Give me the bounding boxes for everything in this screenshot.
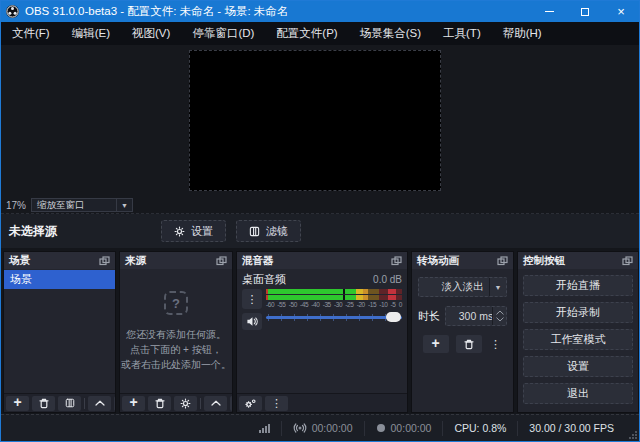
source-settings-button[interactable]: 设置 <box>161 220 226 242</box>
transition-value: 淡入淡出 <box>442 280 484 294</box>
remove-source-button[interactable] <box>148 396 171 411</box>
remove-scene-button[interactable] <box>32 396 55 411</box>
dock-area: 场景 场景 + 来源 <box>1 248 639 415</box>
record-status-icon <box>376 423 386 433</box>
chevron-up-icon <box>95 400 105 406</box>
settings-button[interactable]: 设置 <box>523 356 633 377</box>
speaker-mute-button[interactable] <box>242 313 262 330</box>
speaker-icon <box>246 316 258 327</box>
obs-logo-icon <box>6 5 19 18</box>
scenes-panel: 场景 场景 + <box>3 251 116 413</box>
volume-slider[interactable] <box>266 311 402 323</box>
sources-empty-state: ? 您还没有添加任何源。 点击下面的 + 按钮， 或者右击此处添加一个。 <box>120 291 232 372</box>
scenes-toolbar: + <box>4 393 115 412</box>
studio-mode-button[interactable]: 工作室模式 <box>523 329 633 350</box>
preview-area: 17% 缩放至窗口 ▼ <box>1 45 639 214</box>
channel-options-button[interactable]: ⋮ <box>242 289 262 309</box>
exit-button[interactable]: 退出 <box>523 383 633 404</box>
preview-canvas[interactable] <box>189 50 441 191</box>
minimize-button[interactable] <box>531 1 567 22</box>
menu-help[interactable]: 帮助(H) <box>492 22 553 45</box>
resize-grip[interactable] <box>629 431 637 439</box>
duration-spinbox[interactable]: 300 ms <box>445 306 507 326</box>
duration-value: 300 ms <box>459 310 493 322</box>
audio-channel-name: 桌面音频 <box>242 272 286 287</box>
popout-icon[interactable] <box>497 256 508 266</box>
question-placeholder-icon: ? <box>164 291 188 315</box>
connection-signal-icon <box>259 423 270 433</box>
mixer-toolbar: ⋮ <box>237 393 407 412</box>
stream-time: 00:00:00 <box>312 422 353 434</box>
trash-icon <box>39 398 49 409</box>
scene-list: 场景 + <box>4 269 115 412</box>
source-properties-button[interactable] <box>174 396 197 411</box>
status-bar: 00:00:00 00:00:00 CPU: 0.8% 30.00 / 30.0… <box>1 414 639 441</box>
menu-profile[interactable]: 配置文件(P) <box>265 22 348 45</box>
window-title: OBS 31.0.0-beta3 - 配置文件: 未命名 - 场景: 未命名 <box>25 4 288 19</box>
fps-indicator: 30.00 / 30.00 FPS <box>529 422 614 434</box>
mixer-options-button[interactable]: ⋮ <box>265 396 288 411</box>
maximize-button[interactable] <box>567 1 603 22</box>
sources-empty-line: 点击下面的 + 按钮， <box>120 342 232 357</box>
gear-icon <box>180 398 191 409</box>
menu-scene-collection[interactable]: 场景集合(S) <box>349 22 432 45</box>
move-source-up-button[interactable] <box>204 396 227 411</box>
cpu-usage: CPU: 0.8% <box>454 422 506 434</box>
scene-list-item[interactable]: 场景 <box>4 270 115 289</box>
source-properties-bar: 未选择源 设置 滤镜 <box>1 214 639 248</box>
popout-icon[interactable] <box>391 256 402 266</box>
transition-select[interactable]: 淡入淡出 ▼ <box>418 277 507 297</box>
menu-edit[interactable]: 编辑(E) <box>61 22 121 45</box>
zoom-percent: 17% <box>6 200 26 211</box>
popout-icon[interactable] <box>216 256 227 266</box>
start-streaming-button[interactable]: 开始直播 <box>523 275 633 296</box>
zoom-mode-value: 缩放至窗口 <box>37 199 85 212</box>
close-button[interactable]: × <box>603 1 639 22</box>
menu-file[interactable]: 文件(F) <box>1 22 61 45</box>
title-bar: OBS 31.0.0-beta3 - 配置文件: 未命名 - 场景: 未命名 × <box>1 1 639 22</box>
scene-filters-button[interactable] <box>58 396 81 411</box>
menu-view[interactable]: 视图(V) <box>121 22 181 45</box>
source-filters-button[interactable]: 滤镜 <box>236 220 301 242</box>
source-settings-label: 设置 <box>191 224 213 239</box>
stream-status-icon <box>293 423 307 433</box>
transitions-panel-title: 转场动画 <box>417 254 459 268</box>
trash-icon <box>155 398 165 409</box>
trash-icon <box>464 339 474 350</box>
add-transition-button[interactable]: + <box>423 335 449 353</box>
controls-panel: 控制按钮 开始直播 开始录制 工作室模式 设置 退出 <box>517 251 639 413</box>
advanced-audio-button[interactable] <box>239 396 262 411</box>
filters-icon <box>249 226 260 237</box>
spin-down-icon[interactable] <box>496 317 504 322</box>
zoom-mode-select[interactable]: 缩放至窗口 ▼ <box>31 198 133 212</box>
spin-up-icon[interactable] <box>496 310 504 315</box>
sources-empty-line: 您还没有添加任何源。 <box>120 327 232 342</box>
audio-mixer-panel: 混音器 桌面音频 0.0 dB ⋮ <box>236 251 408 413</box>
chevron-up-icon <box>211 400 221 406</box>
menu-docks[interactable]: 停靠窗口(D) <box>181 22 265 45</box>
controls-panel-title: 控制按钮 <box>523 254 565 268</box>
add-source-button[interactable]: + <box>122 396 145 411</box>
duration-label: 时长 <box>418 309 440 324</box>
popout-icon[interactable] <box>99 256 110 266</box>
transition-properties-button[interactable]: ⋮ <box>489 335 503 353</box>
menu-tools[interactable]: 工具(T) <box>432 22 492 45</box>
remove-transition-button[interactable] <box>456 335 482 353</box>
filters-icon <box>65 398 75 408</box>
move-scene-up-button[interactable] <box>88 396 111 411</box>
move-scene-down-button[interactable] <box>114 396 115 411</box>
gear-icon <box>174 226 185 237</box>
scene-transitions-panel: 转场动画 淡入淡出 ▼ 时长 300 ms <box>411 251 514 413</box>
mixer-panel-title: 混音器 <box>242 254 274 268</box>
volume-meter <box>266 289 402 300</box>
add-scene-button[interactable]: + <box>6 396 29 411</box>
source-filters-label: 滤镜 <box>266 224 288 239</box>
volume-meter-scale: -60-55-50-45-40-35-30-25-20-15-10-50 <box>266 301 402 308</box>
start-recording-button[interactable]: 开始录制 <box>523 302 633 323</box>
move-source-down-button[interactable] <box>230 396 232 411</box>
obs-window: OBS 31.0.0-beta3 - 配置文件: 未命名 - 场景: 未命名 ×… <box>0 0 640 442</box>
popout-icon[interactable] <box>622 256 633 266</box>
menu-bar: 文件(F) 编辑(E) 视图(V) 停靠窗口(D) 配置文件(P) 场景集合(S… <box>1 22 639 45</box>
source-list[interactable]: ? 您还没有添加任何源。 点击下面的 + 按钮， 或者右击此处添加一个。 + <box>120 269 232 412</box>
volume-slider-handle[interactable] <box>386 312 401 322</box>
